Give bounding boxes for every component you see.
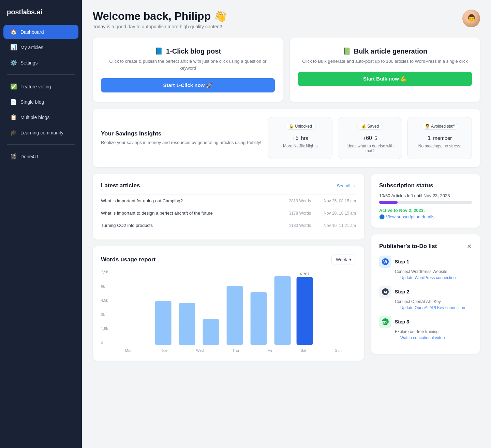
home-icon: 🏠 xyxy=(10,29,17,35)
todo-step-2-title: Step 2 xyxy=(395,289,409,294)
sidebar-item-multiple-blogs[interactable]: 📋 Multiple blogs xyxy=(3,110,78,124)
avatar-image: 👨 xyxy=(462,10,480,27)
sidebar-label-done4u: Done4U xyxy=(20,154,38,159)
todo-step-1-desc: Connect WordPress Website xyxy=(395,269,472,274)
training-icon: EDU xyxy=(379,316,391,328)
article-words-0: 2819 Words xyxy=(284,199,311,203)
sidebar-item-feature-voting[interactable]: ✅ Feature voting xyxy=(3,80,78,93)
sidebar-label-dashboard: Dashboard xyxy=(20,29,44,35)
bulk-desc: Click to Bulk generate and auto-post up … xyxy=(298,58,472,65)
one-click-icon: 📘 xyxy=(155,47,163,55)
subscription-active-text: Active to Nov 2, 2023. xyxy=(379,208,472,213)
sidebar-item-settings[interactable]: ⚙️ Settings xyxy=(3,56,78,70)
sidebar-item-learning-community[interactable]: 🎓 Learning community xyxy=(3,126,78,140)
see-all-link[interactable]: See all → xyxy=(337,183,356,188)
header-text: Welcome back, Philipp 👋 Today is a good … xyxy=(93,10,227,29)
savings-badge-0: 🔓 Unlocked xyxy=(285,123,316,130)
articles-list: What is important for going out Camping?… xyxy=(101,194,356,231)
start-1click-button[interactable]: Start 1-Click now 🚀 xyxy=(101,78,275,92)
todo-step-2-header: AI Step 2 xyxy=(379,286,472,298)
bar-fri xyxy=(250,292,267,345)
one-click-desc: Click to create & publish the perfect ar… xyxy=(101,58,275,71)
latest-articles-card: Latest articles See all → What is import… xyxy=(93,174,364,240)
sidebar-divider-1 xyxy=(7,74,75,75)
sidebar-item-dashboard[interactable]: 🏠 Dashboard xyxy=(3,25,78,39)
todo-title: Publisher's to-Do list xyxy=(379,243,437,250)
learning-community-icon: 🎓 xyxy=(10,129,17,136)
svg-text:W: W xyxy=(383,260,387,264)
articles-icon: 📊 xyxy=(10,44,17,50)
savings-label-2: No meetings, no stress. xyxy=(413,144,466,148)
close-icon[interactable]: ✕ xyxy=(467,243,472,250)
sidebar-item-done4u[interactable]: 🎬 Done4U xyxy=(3,149,78,163)
article-row-0: What is important for going out Camping?… xyxy=(101,194,356,207)
todo-step-3-desc: Explore our free training xyxy=(395,329,472,334)
arrow-left-icon: ← xyxy=(395,275,399,280)
subscription-progress-fill xyxy=(379,201,398,204)
sidebar-label-my-articles: My articles xyxy=(20,45,43,50)
savings-desc: Realize your savings in money and resour… xyxy=(101,139,261,146)
app-logo: postlabs.ai xyxy=(0,8,82,24)
todo-step-2-desc: Connect OpenAI API Key xyxy=(395,299,472,304)
circle-check-icon: 🔵 xyxy=(379,214,385,219)
savings-metric-1: 💰 Saved +60 $ Ideas what to do else with… xyxy=(338,117,402,159)
article-row-2: Turning CO2 into products 1183 Words Nov… xyxy=(101,219,356,231)
chart-period-dropdown[interactable]: Week ▾ xyxy=(331,255,356,264)
todo-card: Publisher's to-Do list ✕ W Step 1 Connec… xyxy=(371,234,480,354)
savings-metrics: 🔓 Unlocked +5 hrs More Netflix Nights 💰 … xyxy=(268,117,472,159)
chart-title: Words usage report xyxy=(101,256,155,263)
article-words-1: 3178 Words xyxy=(284,211,311,216)
bar-thu xyxy=(226,286,243,345)
sidebar-label-settings: Settings xyxy=(20,60,38,66)
savings-card: Your Savings Insights Realize your savin… xyxy=(93,109,480,167)
todo-step-3-header: EDU Step 3 xyxy=(379,316,472,328)
savings-value-0: +5 hrs xyxy=(274,132,327,142)
right-column: Subscription status 10/50 Articles left … xyxy=(371,174,480,361)
savings-label-0: More Netflix Nights xyxy=(274,144,327,148)
chart-bars-area: 6 787 Mon Tue Wed Thu Fri Sat Sun xyxy=(111,270,356,352)
bar-sun-label: 6 787 xyxy=(300,272,310,276)
chart-y-axis: 0 1,5k 3k 4,5k 6k 7,5k xyxy=(101,270,111,345)
todo-step-3: EDU Step 3 Explore our free training ← W… xyxy=(379,316,472,340)
savings-badge-1: 💰 Saved xyxy=(357,123,383,130)
savings-title: Your Savings Insights xyxy=(101,130,261,137)
chart-svg: 6 787 xyxy=(111,270,356,345)
start-bulk-button[interactable]: Start Bulk now 💪 xyxy=(298,72,472,86)
chevron-down-icon: ▾ xyxy=(349,257,352,262)
subscription-link[interactable]: 🔵 View subscription details xyxy=(379,214,472,219)
subscription-title: Subscription status xyxy=(379,182,472,189)
page-title: Welcome back, Philipp 👋 xyxy=(93,10,227,23)
bulk-title: 📗 Bulk article generation xyxy=(298,47,472,55)
page-header: Welcome back, Philipp 👋 Today is a good … xyxy=(93,10,480,29)
svg-text:EDU: EDU xyxy=(382,321,388,324)
article-words-2: 1183 Words xyxy=(284,223,311,228)
bar-sat xyxy=(274,276,291,345)
sidebar-item-single-blog[interactable]: 📄 Single blog xyxy=(3,95,78,109)
feature-voting-icon: ✅ xyxy=(10,83,17,90)
todo-step-2-link[interactable]: ← Update OpenAI API Key connection xyxy=(395,305,472,310)
todo-header: Publisher's to-Do list ✕ xyxy=(379,243,472,250)
article-date-1: Nov 20, 10:15 am xyxy=(315,211,356,216)
article-title-2: Turning CO2 into products xyxy=(101,223,280,228)
chart-header: Words usage report Week ▾ xyxy=(101,255,356,264)
bar-mon xyxy=(155,301,171,345)
todo-step-3-link[interactable]: ← Watch educational video xyxy=(395,335,472,340)
avatar[interactable]: 👨 xyxy=(462,10,480,27)
todo-step-1-header: W Step 1 xyxy=(379,256,472,268)
sidebar: postlabs.ai 🏠 Dashboard 📊 My articles ⚙️… xyxy=(0,0,82,448)
top-cards: 📘 1-Click blog post Click to create & pu… xyxy=(93,38,480,102)
chart-x-labels: Mon Tue Wed Thu Fri Sat Sun xyxy=(111,348,356,352)
todo-step-1-link[interactable]: ← Update WordPress connection xyxy=(395,275,472,280)
article-title-1: What is important to design a perfect ai… xyxy=(101,211,280,216)
savings-metric-2: 🧑‍💼 Avoided staff 1 member No meetings, … xyxy=(407,117,472,159)
bulk-card: 📗 Bulk article generation Click to Bulk … xyxy=(290,38,480,102)
settings-icon: ⚙️ xyxy=(10,59,17,66)
savings-metric-0: 🔓 Unlocked +5 hrs More Netflix Nights xyxy=(268,117,332,159)
arrow-left-icon-2: ← xyxy=(395,305,399,310)
latest-articles-title: Latest articles xyxy=(101,182,140,189)
subscription-status: 10/50 Articles left until Nov 23, 2023 xyxy=(379,193,472,198)
todo-step-2: AI Step 2 Connect OpenAI API Key ← Updat… xyxy=(379,286,472,310)
one-click-title: 📘 1-Click blog post xyxy=(101,47,275,55)
sidebar-item-my-articles[interactable]: 📊 My articles xyxy=(3,40,78,54)
svg-text:AI: AI xyxy=(384,290,387,294)
